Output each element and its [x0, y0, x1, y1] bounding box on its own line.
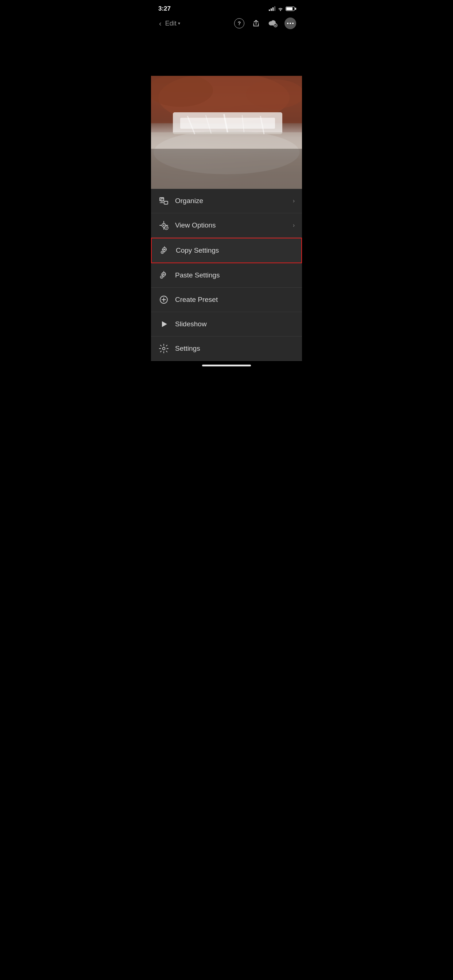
- battery-icon: [286, 6, 295, 11]
- svg-rect-18: [164, 201, 168, 204]
- settings-label: Settings: [175, 345, 295, 353]
- menu-item-view-options[interactable]: View Options ›: [151, 213, 302, 238]
- back-button[interactable]: ‹: [157, 18, 164, 29]
- menu-area: Organize › View Options ›: [151, 189, 302, 361]
- svg-point-1: [274, 24, 277, 27]
- paste-settings-icon: [158, 270, 169, 281]
- wifi-icon: [278, 6, 283, 11]
- edit-label: Edit: [165, 20, 177, 27]
- slideshow-label: Slideshow: [175, 320, 295, 328]
- menu-item-create-preset[interactable]: Create Preset: [151, 288, 302, 312]
- signal-icon: [269, 6, 275, 11]
- view-options-chevron-icon: ›: [293, 222, 295, 229]
- battery-fill: [286, 7, 292, 10]
- view-options-label: View Options: [175, 221, 293, 229]
- share-icon: [252, 19, 260, 27]
- settings-icon: [158, 343, 169, 354]
- more-button[interactable]: [284, 18, 296, 29]
- edit-chevron-icon: ▾: [178, 21, 180, 26]
- status-bar: 3:27: [151, 0, 302, 14]
- organize-chevron-icon: ›: [293, 197, 295, 204]
- photo-area: [151, 76, 302, 189]
- waterfall-overlay: [151, 76, 302, 189]
- status-icons: [269, 6, 295, 11]
- status-time: 3:27: [158, 5, 171, 13]
- menu-item-paste-settings[interactable]: Paste Settings: [151, 263, 302, 288]
- help-icon: ?: [238, 21, 241, 26]
- nav-left: ‹ Edit ▾: [157, 18, 180, 29]
- copy-settings-icon: [159, 245, 170, 256]
- create-preset-label: Create Preset: [175, 296, 295, 304]
- edit-dropdown[interactable]: Edit ▾: [165, 20, 180, 27]
- svg-rect-17: [161, 198, 164, 201]
- menu-item-slideshow[interactable]: Slideshow: [151, 312, 302, 337]
- black-space: [151, 32, 302, 76]
- svg-point-34: [163, 347, 165, 350]
- svg-point-22: [163, 224, 164, 226]
- svg-rect-15: [151, 149, 302, 189]
- help-button[interactable]: ?: [234, 18, 244, 29]
- organize-icon: [158, 196, 169, 206]
- menu-item-copy-settings[interactable]: Copy Settings: [151, 238, 302, 263]
- home-bar: [202, 364, 251, 366]
- view-options-icon: [158, 220, 169, 231]
- cloud-icon: [268, 19, 278, 27]
- menu-item-settings[interactable]: Settings: [151, 337, 302, 361]
- svg-point-5: [246, 80, 302, 109]
- home-indicator: [151, 361, 302, 369]
- slideshow-icon: [158, 319, 169, 329]
- paste-settings-label: Paste Settings: [175, 271, 295, 279]
- cloud-button[interactable]: [268, 18, 278, 29]
- nav-bar: ‹ Edit ▾ ?: [151, 14, 302, 32]
- organize-label: Organize: [175, 197, 293, 205]
- copy-settings-label: Copy Settings: [176, 247, 294, 255]
- nav-right: ?: [234, 18, 296, 29]
- share-button[interactable]: [251, 18, 261, 29]
- svg-marker-33: [162, 321, 167, 327]
- create-preset-icon: [158, 294, 169, 305]
- waterfall-photo: [151, 76, 302, 189]
- menu-item-organize[interactable]: Organize ›: [151, 189, 302, 213]
